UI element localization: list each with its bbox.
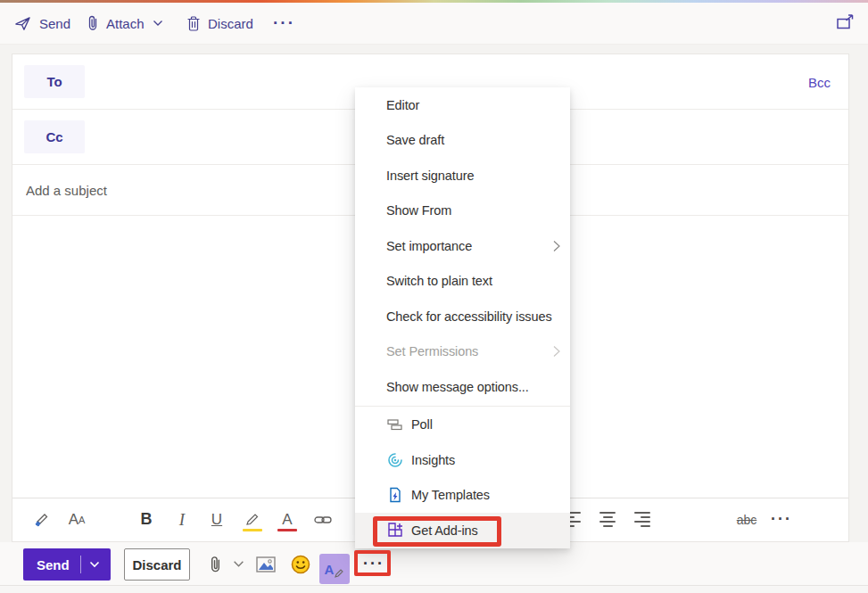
ellipsis-icon: ···: [363, 555, 384, 573]
align-center-icon: [599, 512, 616, 527]
window-bottom-strip: [0, 586, 868, 593]
send-plane-icon: [14, 16, 31, 31]
send-split-button[interactable]: Send: [23, 548, 111, 581]
align-right-button[interactable]: [625, 498, 659, 540]
menu-item-insert-signature[interactable]: Insert signature: [355, 158, 570, 194]
open-in-new-window-button[interactable]: [836, 13, 855, 30]
draw-text-pen-icon: A: [325, 562, 335, 577]
bold-label: B: [141, 510, 153, 529]
discard-label: Discard: [208, 16, 253, 31]
insert-link-button[interactable]: [306, 498, 340, 540]
insert-picture-button[interactable]: [252, 542, 279, 586]
send-button-top[interactable]: Send: [14, 3, 70, 44]
menu-item-switch-plain-text[interactable]: Switch to plain text: [355, 264, 570, 300]
poll-icon: [386, 416, 404, 433]
highlighter-pen-icon: [244, 513, 260, 526]
menu-divider: [355, 406, 570, 407]
bcc-toggle-link[interactable]: Bcc: [808, 54, 831, 110]
menu-item-save-draft[interactable]: Save draft: [355, 123, 570, 159]
discard-button-bottom[interactable]: Discard: [124, 548, 190, 581]
more-formatting-button[interactable]: ···: [765, 498, 798, 540]
chevron-right-icon: [552, 345, 561, 358]
cc-button[interactable]: Cc: [24, 120, 85, 153]
draw-text-pen-button[interactable]: A: [319, 554, 350, 584]
align-center-button[interactable]: [591, 498, 624, 540]
italic-button[interactable]: I: [165, 498, 199, 540]
compose-bottom-bar: Send Discard: [0, 542, 868, 586]
chevron-down-icon: [153, 20, 163, 27]
attach-button[interactable]: Attach: [87, 3, 163, 44]
font-label: A: [69, 511, 79, 529]
menu-item-check-accessibility[interactable]: Check for accessibility issues: [355, 299, 570, 334]
menu-item-set-permissions[interactable]: Set Permissions: [355, 334, 570, 370]
font-color-label: A: [282, 511, 292, 529]
align-right-icon: [634, 512, 650, 527]
format-painter-button[interactable]: [24, 498, 58, 540]
chevron-down-icon[interactable]: [81, 561, 109, 568]
underline-button[interactable]: U: [200, 498, 234, 540]
attach-file-button[interactable]: [203, 542, 227, 586]
attach-label: Attach: [106, 16, 145, 31]
menu-item-poll[interactable]: Poll: [355, 408, 570, 443]
emoji-smiley-icon: [291, 555, 310, 574]
discard-button-top[interactable]: Discard: [187, 3, 253, 44]
bold-button[interactable]: B: [129, 498, 163, 540]
more-actions-context-menu: Editor Save draft Insert signature Show …: [355, 87, 570, 548]
send-label: Send: [39, 16, 70, 31]
ellipsis-icon: ···: [771, 510, 792, 529]
ellipsis-icon: ···: [273, 13, 295, 33]
format-painter-icon: [32, 511, 50, 529]
more-compose-actions-button[interactable]: ···: [357, 542, 391, 586]
to-button[interactable]: To: [24, 65, 85, 98]
paperclip-icon: [210, 556, 221, 573]
insights-icon: [386, 451, 404, 469]
highlight-button[interactable]: [236, 498, 269, 540]
trash-icon: [187, 16, 200, 31]
strikethrough-button[interactable]: abc: [730, 498, 764, 540]
link-icon: [314, 514, 332, 526]
get-add-ins-icon: [386, 522, 404, 539]
send-label: Send: [23, 557, 70, 572]
paperclip-icon: [87, 15, 98, 31]
chevron-right-icon: [552, 240, 561, 252]
font-label-small: A: [79, 515, 85, 525]
menu-item-show-message-options[interactable]: Show message options...: [355, 369, 570, 405]
italic-label: I: [179, 510, 185, 530]
more-commands-button-top[interactable]: ···: [273, 3, 295, 44]
outlook-compose-window: Send Attach Discard ··· To: [0, 0, 868, 593]
font-color-bar: [277, 529, 297, 531]
underline-label: U: [211, 511, 222, 529]
menu-item-set-importance[interactable]: Set importance: [355, 228, 570, 264]
highlight-color-bar: [243, 529, 262, 531]
insert-emoji-button[interactable]: [287, 542, 314, 586]
chevron-down-icon: [233, 560, 244, 568]
font-color-button[interactable]: A: [270, 498, 304, 540]
menu-item-editor[interactable]: Editor: [355, 87, 570, 123]
strikethrough-label: abc: [737, 513, 757, 527]
menu-item-show-from[interactable]: Show From: [355, 194, 570, 229]
attach-options-chevron[interactable]: [227, 542, 249, 586]
font-button[interactable]: AA: [60, 498, 94, 540]
image-icon: [256, 556, 276, 572]
menu-item-my-templates[interactable]: My Templates: [355, 478, 570, 514]
menu-item-insights[interactable]: Insights: [355, 442, 570, 478]
compose-top-toolbar: Send Attach Discard ···: [0, 3, 868, 45]
menu-item-get-add-ins[interactable]: Get Add-ins: [355, 513, 570, 548]
my-templates-icon: [386, 486, 404, 504]
